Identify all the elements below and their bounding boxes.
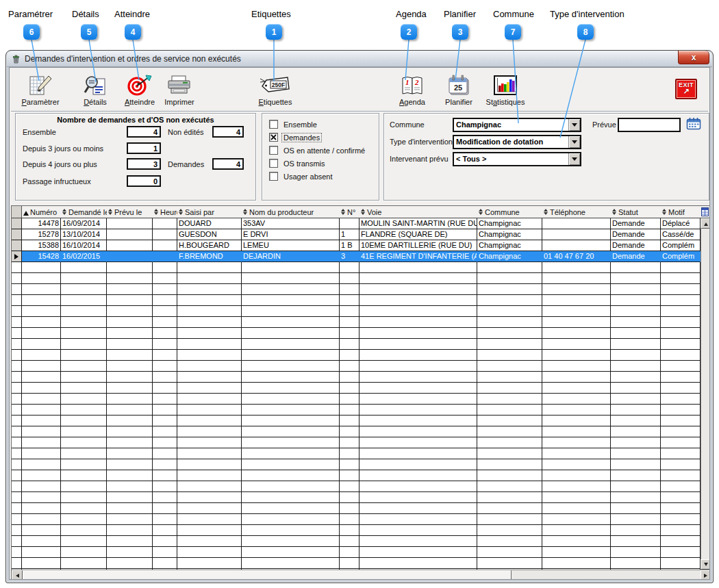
column-header-saisipar[interactable]: Saisi par [177,206,242,218]
checkbox-box[interactable] [269,146,278,155]
table-row[interactable]: 1447816/09/2014DOUARD353AVMOULIN SAINT-M… [12,218,701,229]
grid-cell [153,558,177,569]
grid-cell [242,525,340,536]
chevron-down-icon[interactable] [568,136,580,148]
grid-cell [61,536,107,547]
grid-cell [61,514,107,525]
sort-toggle-icon[interactable] [361,207,365,217]
checkbox-box[interactable] [269,133,278,142]
grid-cell [242,317,340,328]
sort-toggle-icon[interactable] [479,207,483,217]
commune-combobox[interactable]: Champignac [453,118,581,132]
grid-cell [107,547,153,558]
grid-cell [22,361,61,372]
grid-cell [153,437,177,448]
grid-cell [153,481,177,492]
sort-toggle-icon[interactable] [243,207,247,217]
grid-cell [177,525,242,536]
grid-cell: 41E REGIMENT D'INFANTERIE (AVE [360,251,477,262]
column-header-tlphone[interactable]: Téléphone [542,206,611,218]
horizontal-scrollbar[interactable] [12,570,710,580]
scroll-up-icon[interactable] [701,218,710,229]
column-picker-icon[interactable] [701,207,710,217]
titlebar[interactable]: Demandes d'intervention et ordres de ser… [7,51,712,67]
close-button[interactable]: x [678,51,709,64]
sort-toggle-icon[interactable] [544,207,548,217]
sort-toggle-icon[interactable] [154,207,158,217]
column-header-statut[interactable]: Statut [611,206,661,218]
prevue-date-input[interactable] [618,118,681,132]
sort-toggle-icon[interactable] [341,207,345,217]
grid-cell [22,284,61,295]
grid-cell [242,558,340,569]
column-header-n[interactable]: N° [340,206,360,218]
grid-cell [61,350,107,361]
stats-panel: Nombre de demandes et d'OS non exécutés … [15,113,256,201]
column-header-commune[interactable]: Commune [477,206,542,218]
checkbox-demandes[interactable]: Demandes [269,132,321,142]
table-row[interactable]: 1538816/10/2014H.BOUGEARDLEMEU1 B10EME D… [12,240,701,251]
grid-cell [22,470,61,481]
sort-toggle-icon[interactable] [62,207,66,217]
row-selector-cell [12,295,22,306]
combo-label: Type d'intervention [390,138,453,146]
exit-button[interactable]: EXIT ↗ [675,79,697,99]
grid-cell [340,350,360,361]
grid-cell [177,481,242,492]
column-header-nomduproducteur[interactable]: Nom du producteur [242,206,340,218]
toolbar-button-etiquettes[interactable]: 250FEtiquettes [247,75,304,110]
calendar-picker-icon[interactable] [686,117,703,131]
column-header-prvule[interactable]: Prévu le [107,206,153,218]
grid-cell [177,547,242,558]
empty-table-row [12,317,701,328]
checkbox-box[interactable] [269,159,278,168]
scroll-down-icon[interactable] [701,559,710,570]
type-intervention-combobox[interactable]: Modification de dotation [453,135,581,149]
horizontal-scroll-thumb[interactable] [23,570,512,580]
checkbox-os-transmis[interactable]: OS transmis [269,158,327,168]
column-header-numro[interactable]: Numéro [22,206,61,218]
grid-cell [477,273,542,284]
sort-toggle-icon[interactable] [108,207,112,217]
toolbar-button-statistiques[interactable]: Statistiques [477,75,534,110]
sort-toggle-icon[interactable] [662,207,666,217]
checkbox-os-en-attente---confirm-[interactable]: OS en attente / confirmé [269,145,366,155]
intervenant-prevu-combobox[interactable]: < Tous > [453,152,581,166]
table-row[interactable]: 1542816/02/2015F.BREMONDDEJARDIN341E REG… [12,251,701,262]
grid-cell [611,525,661,536]
checkbox-usager-absent[interactable]: Usager absent [269,171,334,181]
grid-cell [61,558,107,569]
grid-cell [153,536,177,547]
row-selector-cell[interactable] [12,229,22,240]
scroll-left-icon[interactable] [12,570,23,580]
grid-cell [22,328,61,339]
table-row[interactable]: 1527813/10/2014GUESDONE DRVI1FLANDRE (SQ… [12,229,701,240]
column-header-motif[interactable]: Motif [661,206,701,218]
checkbox-box[interactable] [269,172,278,181]
sort-toggle-icon[interactable] [179,207,183,217]
column-header-voie[interactable]: Voie [360,206,477,218]
grid-cell [477,558,542,569]
toolbar-button-imprimer[interactable]: Imprimer [151,75,208,110]
grid-cell [107,306,153,317]
vertical-scrollbar[interactable] [701,218,710,570]
chevron-down-icon[interactable] [568,153,580,165]
chevron-down-icon[interactable] [568,119,580,131]
sort-toggle-icon[interactable] [612,207,616,217]
grid-cell [661,426,701,437]
row-selector-cell[interactable] [12,251,22,262]
stat-label: Depuis 4 jours ou plus [23,160,97,168]
row-selector-cell[interactable] [12,240,22,251]
grid-cell [61,416,107,426]
grid-cell [477,470,542,481]
row-selector-cell[interactable] [12,218,22,229]
checkbox-ensemble[interactable]: Ensemble [269,119,318,129]
checkbox-box[interactable] [269,120,278,129]
grid-body: 1447816/09/2014DOUARD353AVMOULIN SAINT-M… [12,218,701,570]
column-header-demandle[interactable]: Demandé le [61,206,107,218]
grid-cell [360,350,477,361]
scroll-right-icon[interactable] [701,570,710,580]
column-header-heure[interactable]: Heure [153,206,177,218]
grid-cell [22,339,61,350]
toolbar-button-paramtrer[interactable]: Paramètrer [12,75,69,110]
